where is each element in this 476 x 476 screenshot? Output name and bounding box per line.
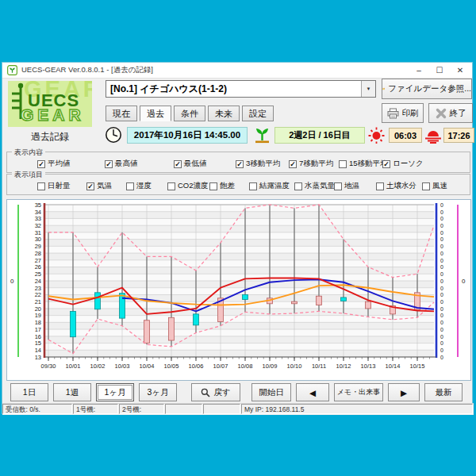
checkbox-最高値[interactable]: ✓最高値 bbox=[105, 159, 138, 169]
svg-text:0: 0 bbox=[440, 258, 443, 263]
chevron-down-icon[interactable]: ▼ bbox=[361, 81, 375, 97]
file-data-button[interactable]: ファイルデータ参照... bbox=[382, 79, 472, 99]
svg-text:10/10: 10/10 bbox=[287, 363, 302, 370]
checkbox-label: 結露温度 bbox=[259, 181, 290, 191]
tab-設定[interactable]: 設定 bbox=[242, 106, 274, 121]
checkbox-日射量[interactable]: 日射量 bbox=[37, 181, 71, 191]
checkbox-結露温度[interactable]: 結露温度 bbox=[249, 181, 290, 191]
unchecked-box-icon[interactable] bbox=[249, 182, 257, 190]
svg-text:0: 0 bbox=[440, 327, 443, 332]
checkbox-最低値[interactable]: ✓最低値 bbox=[174, 159, 207, 169]
exit-button[interactable]: 終了 bbox=[428, 103, 473, 123]
unchecked-box-icon[interactable] bbox=[294, 182, 302, 190]
checkbox-7移動平均[interactable]: ✓7移動平均 bbox=[289, 159, 333, 169]
status-segment-4 bbox=[203, 404, 240, 414]
button-label: 1週 bbox=[66, 387, 79, 398]
nav-button-最新[interactable]: 最新 bbox=[424, 383, 463, 401]
checkbox-3移動平均[interactable]: ✓3移動平均 bbox=[236, 159, 280, 169]
checkbox-平均値[interactable]: ✓平均値 bbox=[37, 159, 71, 169]
range-button-1ヶ月[interactable]: 1ヶ月 bbox=[96, 383, 134, 401]
nav-button-▶[interactable]: ▶ bbox=[388, 383, 420, 401]
svg-text:10/01: 10/01 bbox=[66, 363, 81, 370]
checkbox-水蒸気量[interactable]: 水蒸気量 bbox=[294, 181, 335, 191]
range-button-1週[interactable]: 1週 bbox=[53, 383, 91, 401]
maximize-button[interactable]: ☐ bbox=[429, 63, 450, 78]
checkbox-CO2濃度[interactable]: CO2濃度 bbox=[167, 181, 209, 191]
svg-text:14: 14 bbox=[35, 347, 41, 354]
nav-button-◀[interactable]: ◀ bbox=[296, 383, 329, 401]
svg-text:0: 0 bbox=[440, 286, 443, 291]
checkbox-label: CO2濃度 bbox=[178, 181, 209, 191]
checkbox-label: 水蒸気量 bbox=[305, 181, 335, 191]
close-button[interactable]: ✕ bbox=[450, 63, 470, 78]
tab-現在[interactable]: 現在 bbox=[106, 106, 137, 121]
checkbox-15移動平均[interactable]: 15移動平均 bbox=[339, 159, 388, 169]
status-segment-5: My IP: 192.168.11.5 bbox=[241, 404, 473, 414]
svg-text:21: 21 bbox=[35, 298, 41, 305]
tab-条件[interactable]: 条件 bbox=[174, 106, 205, 121]
range-button-3ヶ月[interactable]: 3ヶ月 bbox=[139, 383, 177, 401]
svg-text:09/30: 09/30 bbox=[41, 363, 56, 370]
svg-text:0: 0 bbox=[440, 292, 443, 298]
x-mark-icon bbox=[436, 108, 447, 119]
svg-text:0: 0 bbox=[440, 340, 443, 346]
checked-box-icon[interactable]: ✓ bbox=[382, 160, 390, 168]
svg-text:32: 32 bbox=[35, 222, 41, 229]
svg-text:0: 0 bbox=[440, 216, 443, 221]
checked-box-icon[interactable]: ✓ bbox=[289, 160, 297, 168]
unchecked-box-icon[interactable] bbox=[209, 182, 217, 190]
display-content-group: 表示内容 ✓平均値✓最高値✓最低値✓3移動平均✓7移動平均15移動平均✓ローソク bbox=[6, 152, 470, 173]
unchecked-box-icon[interactable] bbox=[334, 182, 342, 190]
checked-box-icon[interactable]: ✓ bbox=[236, 160, 244, 168]
checkbox-湿度[interactable]: 湿度 bbox=[126, 181, 152, 191]
unchecked-box-icon[interactable] bbox=[422, 182, 430, 190]
unchecked-box-icon[interactable] bbox=[126, 182, 134, 190]
house-select-dropdown[interactable]: [No.1] イチゴハウス(1-1-2) ▼ bbox=[106, 80, 376, 98]
minimize-button[interactable]: – bbox=[409, 63, 429, 78]
tab-過去[interactable]: 過去 bbox=[140, 106, 171, 121]
print-button[interactable]: 印刷 bbox=[382, 103, 424, 123]
range-button-1日[interactable]: 1日 bbox=[10, 383, 48, 401]
unchecked-box-icon[interactable] bbox=[167, 182, 175, 190]
checkbox-飽差[interactable]: 飽差 bbox=[209, 181, 235, 191]
svg-text:26: 26 bbox=[35, 263, 41, 271]
checked-box-icon[interactable]: ✓ bbox=[174, 160, 182, 168]
checked-box-icon[interactable]: ✓ bbox=[105, 160, 113, 168]
checked-box-icon[interactable]: ✓ bbox=[86, 182, 94, 190]
svg-text:10/05: 10/05 bbox=[164, 363, 179, 370]
svg-text:28: 28 bbox=[35, 250, 41, 257]
nav-button-メモ・出来事[interactable]: メモ・出来事 bbox=[334, 383, 383, 401]
unchecked-box-icon[interactable] bbox=[376, 182, 384, 190]
unchecked-box-icon[interactable] bbox=[339, 160, 347, 168]
svg-text:22: 22 bbox=[35, 291, 41, 298]
checkbox-土壌水分[interactable]: 土壌水分 bbox=[376, 181, 416, 191]
status-segment-0: 受信数: 0/s. bbox=[2, 404, 72, 414]
checkbox-label: 最高値 bbox=[115, 159, 138, 169]
checkbox-label: 飽差 bbox=[220, 181, 235, 191]
range-button-戻す[interactable]: 戻す bbox=[191, 383, 240, 401]
window-title: UECS-GEAR Ver.0.8.0.1 - [過去の記録] bbox=[21, 65, 153, 75]
desktop-background: UECS-GEAR Ver.0.8.0.1 - [過去の記録] – ☐ ✕ GE… bbox=[0, 0, 476, 476]
svg-text:10/02: 10/02 bbox=[90, 363, 106, 370]
checkbox-風速[interactable]: 風速 bbox=[422, 181, 447, 191]
history-chart[interactable]: 0131415161718192021222324252627282930313… bbox=[6, 199, 471, 381]
svg-text:10/03: 10/03 bbox=[115, 363, 130, 370]
title-bar[interactable]: UECS-GEAR Ver.0.8.0.1 - [過去の記録] – ☐ ✕ bbox=[2, 63, 472, 79]
clock-icon bbox=[105, 126, 122, 144]
svg-text:0: 0 bbox=[440, 278, 443, 284]
nav-button-開始日[interactable]: 開始日 bbox=[251, 383, 291, 401]
svg-text:0: 0 bbox=[440, 244, 443, 249]
checkbox-気温[interactable]: ✓気温 bbox=[86, 181, 112, 191]
uecs-gear-logo: GEAR UECS GEAR bbox=[8, 81, 92, 127]
svg-text:0: 0 bbox=[462, 278, 466, 285]
checkbox-ローソク[interactable]: ✓ローソク bbox=[382, 159, 424, 169]
tab-未来[interactable]: 未来 bbox=[208, 106, 240, 121]
checkbox-地温[interactable]: 地温 bbox=[334, 181, 359, 191]
checked-box-icon[interactable]: ✓ bbox=[37, 160, 45, 168]
svg-text:23: 23 bbox=[35, 285, 41, 292]
svg-text:0: 0 bbox=[440, 299, 443, 305]
sunset-icon bbox=[424, 128, 443, 144]
svg-text:16: 16 bbox=[35, 333, 41, 340]
svg-text:0: 0 bbox=[440, 347, 443, 353]
unchecked-box-icon[interactable] bbox=[37, 182, 45, 190]
